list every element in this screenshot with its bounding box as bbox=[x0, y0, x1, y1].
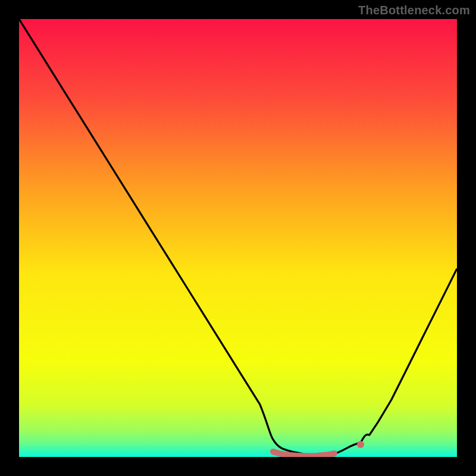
plot-area bbox=[19, 19, 457, 457]
curve-path bbox=[19, 19, 457, 455]
chart-container: TheBottleneck.com bbox=[0, 0, 476, 476]
optimal-range-endpoint-marker bbox=[357, 441, 364, 448]
bottleneck-curve bbox=[19, 19, 457, 457]
watermark-text: TheBottleneck.com bbox=[358, 4, 470, 17]
optimal-range-highlight bbox=[273, 452, 334, 456]
